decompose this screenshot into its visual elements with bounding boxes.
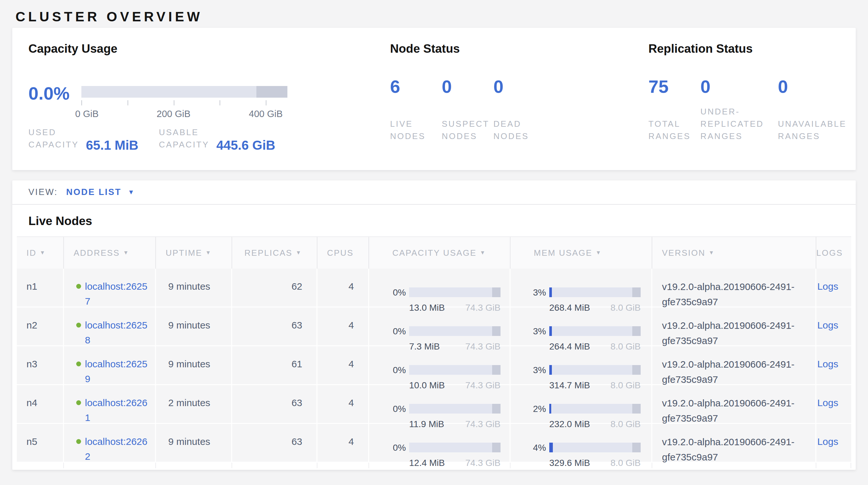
live-nodes-value: 6 [390,77,400,96]
axis-label-400gib: 400 GiB [249,109,283,119]
node-version: v19.2.0-alpha.20190606-2491-gfe735c9a97 [662,318,814,348]
mem-usage-reserved-segment [632,404,641,413]
mem-usage-fill [549,287,552,297]
live-nodes-stat: 6 LIVE NODES [390,42,442,142]
logs-link[interactable]: Logs [817,281,838,292]
logs-link[interactable]: Logs [817,436,838,447]
capacity-usage-bar [409,287,500,297]
replication-status-stats: 75 TOTAL RANGES 0 UNDER- REPLICATED RANG… [648,42,830,142]
mem-usage-bar [549,365,641,375]
column-header-capacity-usage[interactable]: CAPACITY USAGE▼ [369,237,510,269]
view-label: VIEW: [28,187,58,197]
mem-usage-fill [549,326,552,336]
column-header-mem-usage[interactable]: MEM USAGE▼ [510,237,652,269]
mem-usage-fill [549,365,552,375]
node-address-link[interactable]: localhost:26262 [85,434,151,464]
dead-nodes-label: DEAD NODES [493,118,545,142]
table-row: n2 localhost:26258 9 minutes 63 4 0% [17,308,851,346]
capacity-usage-reserved-segment [492,326,500,336]
used-capacity-stat: USED CAPACITY 65.1 MiB [28,126,159,151]
node-version: v19.2.0-alpha.20190606-2491-gfe735c9a97 [662,434,814,465]
live-nodes-title: Live Nodes [12,205,856,236]
table-row-clipped [17,463,851,468]
unavailable-ranges-value: 0 [778,77,788,96]
total-ranges-label: TOTAL RANGES [648,118,701,142]
node-address-link[interactable]: localhost:26257 [85,279,151,309]
column-header-id[interactable]: ID▼ [17,237,64,269]
suspect-nodes-stat: 0 SUSPECT NODES [442,42,493,142]
column-header-replicas[interactable]: REPLICAS▼ [232,237,317,269]
mem-usage-reserved-segment [632,287,641,297]
logs-link[interactable]: Logs [817,397,838,408]
mem-usage-bar [549,287,641,297]
capacity-percent: 0.0% [28,76,82,131]
used-capacity-label: USED CAPACITY [28,126,79,151]
under-replicated-ranges-stat: 0 UNDER- REPLICATED RANGES [701,42,778,142]
mem-usage-reserved-segment [632,326,641,336]
mem-usage-bar [549,443,641,452]
view-bar: VIEW: NODE LIST ▼ [12,180,856,205]
page-title: CLUSTER OVERVIEW [12,0,856,26]
live-status-dot-icon [76,439,81,444]
capacity-usage-reserved-segment [492,404,500,413]
node-status-stats: 6 LIVE NODES 0 SUSPECT NODES 0 [390,42,545,142]
column-header-cpus[interactable]: CPUS [317,237,369,269]
capacity-usage-reserved-segment [492,365,500,375]
sort-caret-icon: ▼ [709,250,715,256]
node-version: v19.2.0-alpha.20190606-2491-gfe735c9a97 [662,279,814,309]
node-address-link[interactable]: localhost:26261 [85,395,151,425]
mem-usage-reserved-segment [632,365,641,375]
axis-tick [266,100,267,106]
capacity-usage-reserved-segment [492,443,500,452]
axis-tick [128,100,128,106]
column-header-version[interactable]: VERSION▼ [652,237,816,269]
capacity-gauge-reserved-segment [256,86,287,98]
capacity-stats: USED CAPACITY 65.1 MiB USABLE CAPACITY 4… [28,126,275,151]
sort-caret-icon: ▼ [296,250,302,256]
total-ranges-stat: 75 TOTAL RANGES [648,42,701,142]
table-row: n4 localhost:26261 2 minutes 63 4 0% [17,385,851,424]
sort-caret-icon: ▼ [595,250,601,256]
node-address-link[interactable]: localhost:26258 [85,318,151,348]
axis-tick [220,100,220,106]
capacity-usage-section: Capacity Usage 0.0% 0 GiB 200 GiB [28,28,390,170]
unavailable-ranges-stat: 0 UNAVAILABLE RANGES [778,42,830,142]
mem-usage-bar [549,326,641,336]
live-status-dot-icon [76,362,81,366]
node-version: v19.2.0-alpha.20190606-2491-gfe735c9a97 [662,356,814,387]
table-row: n3 localhost:26259 9 minutes 61 4 0% [17,346,851,385]
column-header-uptime[interactable]: UPTIME▼ [156,237,232,269]
unavailable-ranges-label: UNAVAILABLE RANGES [778,118,830,142]
sort-caret-icon: ▼ [123,250,129,256]
capacity-gauge-track [82,86,287,98]
axis-tick [82,100,82,106]
column-header-address[interactable]: ADDRESS▼ [64,237,156,269]
live-status-dot-icon [76,323,81,327]
capacity-usage-title: Capacity Usage [28,42,390,56]
node-list-card: VIEW: NODE LIST ▼ Live Nodes ID▼ ADDRESS… [12,180,856,470]
table-row: n5 localhost:26262 9 minutes 63 4 0% [17,424,851,463]
used-capacity-value: 65.1 MiB [86,139,138,152]
suspect-nodes-label: SUSPECT NODES [442,118,493,142]
live-status-dot-icon [76,400,81,405]
axis-label-200gib: 200 GiB [157,109,190,119]
node-version: v19.2.0-alpha.20190606-2491-gfe735c9a97 [662,395,814,426]
node-address-link[interactable]: localhost:26259 [85,356,151,387]
view-selector-dropdown[interactable]: NODE LIST ▼ [66,187,134,197]
suspect-nodes-value: 0 [442,77,452,96]
replication-status-section: Replication Status 75 TOTAL RANGES 0 UND… [648,28,856,170]
table-row: n1 localhost:26257 9 minutes 62 4 0% [17,269,851,308]
table-header-row: ID▼ ADDRESS▼ UPTIME▼ REPLICAS▼ CPUS CAPA… [17,236,851,269]
logs-link[interactable]: Logs [817,359,838,369]
total-ranges-value: 75 [648,77,669,96]
logs-link[interactable]: Logs [817,320,838,331]
under-replicated-ranges-value: 0 [701,77,710,96]
live-nodes-label: LIVE NODES [390,118,442,142]
sort-caret-icon: ▼ [206,250,212,256]
node-status-section: Node Status 6 LIVE NODES 0 SUSPECT NODES [390,28,648,170]
view-selected-value[interactable]: NODE LIST [66,187,121,197]
chevron-down-icon: ▼ [128,189,134,196]
capacity-gauge-axis: 0 GiB 200 GiB 400 GiB [82,98,266,117]
usable-capacity-value: 445.6 GiB [216,139,275,152]
mem-usage-fill [549,404,551,413]
